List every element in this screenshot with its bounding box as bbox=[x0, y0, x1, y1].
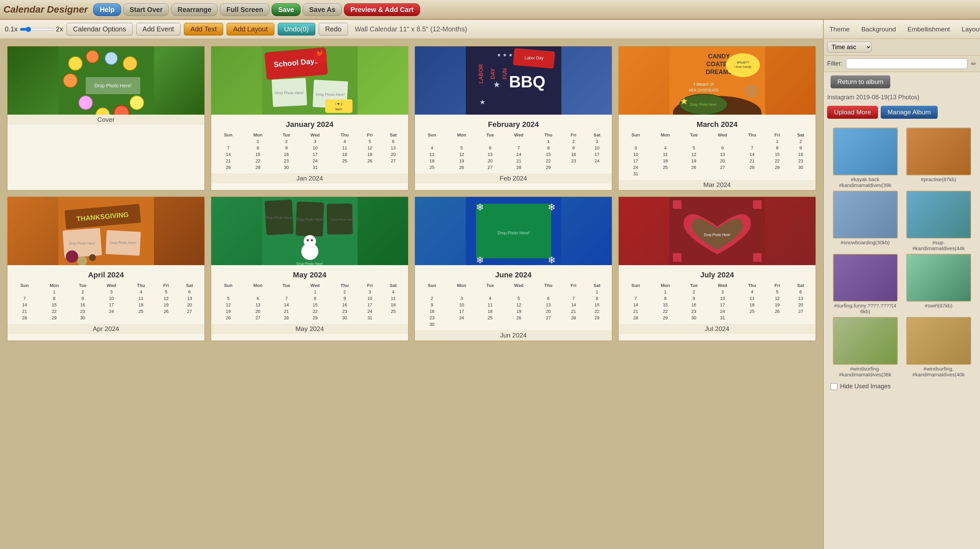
full-screen-button[interactable]: Full Screen bbox=[220, 3, 270, 16]
apr-calendar-grid: April 2024 SunMonTueWedThuFriSat 123456 … bbox=[8, 265, 204, 324]
photo-thumb[interactable] bbox=[833, 317, 898, 365]
jan-label: Jan 2024 bbox=[211, 173, 408, 183]
svg-text:❄: ❄ bbox=[548, 202, 555, 213]
sort-select[interactable]: Time asc Time desc Name asc Name desc bbox=[827, 41, 872, 53]
mar-label: Mar 2024 bbox=[619, 180, 816, 190]
photo-item[interactable]: #sup.#kandimamaldives(44k bbox=[903, 191, 974, 251]
tab-embellishment[interactable]: Embellishment bbox=[902, 22, 956, 36]
calendar-page-jan[interactable]: School Days 🍎 Drop Photo Here! Drop Phot… bbox=[210, 46, 409, 191]
help-button[interactable]: Help bbox=[93, 3, 121, 16]
apr-image: THANKSGIVING Drop Photo Here! Drop Photo… bbox=[8, 197, 204, 265]
svg-text:★: ★ bbox=[493, 80, 501, 89]
right-panel: Time asc Time desc Name asc Name desc Fi… bbox=[823, 39, 980, 549]
jul-calendar-grid: July 2024 SunMonTueWedThuFriSat 123456 7… bbox=[619, 265, 816, 324]
preview-add-cart-button[interactable]: Preview & Add Cart bbox=[344, 3, 420, 16]
photo-label: #kayak back#kandimamaldives(39k bbox=[839, 177, 891, 188]
photo-label: #swirl(67kb) bbox=[925, 302, 952, 309]
save-button[interactable]: Save bbox=[272, 3, 301, 16]
photo-thumb[interactable] bbox=[833, 191, 898, 239]
svg-text:❄: ❄ bbox=[548, 255, 555, 265]
calendar-page-cover[interactable]: 2024 Drop Photo Here! bbox=[7, 46, 205, 191]
calendar-type-label: Wall Calendar 11" x 8.5" (12-Months) bbox=[355, 25, 467, 33]
svg-point-68 bbox=[311, 239, 313, 241]
photo-item[interactable]: #windsurfing.#kandimamaldives(40k bbox=[903, 317, 974, 377]
svg-text:MILK CHOCOLATE: MILK CHOCOLATE bbox=[689, 88, 719, 92]
start-over-button[interactable]: Start Over bbox=[123, 3, 169, 16]
calendar-grid: 2024 Drop Photo Here! bbox=[7, 46, 816, 341]
canvas-area[interactable]: 2024 Drop Photo Here! bbox=[0, 39, 823, 549]
filter-icon[interactable]: ✏ bbox=[971, 60, 977, 68]
jan-calendar-grid: January 2024 SunMonTueWedThuFriSat 12345… bbox=[211, 115, 408, 173]
svg-point-3 bbox=[86, 51, 99, 63]
tab-theme[interactable]: Theme bbox=[824, 22, 856, 36]
top-bar: Calendar Designer Help Start Over Rearra… bbox=[0, 0, 980, 20]
photo-label: #surfing.funny ????.????(46kb) bbox=[833, 302, 898, 314]
cover-image: 2024 Drop Photo Here! bbox=[8, 46, 204, 115]
manage-album-button[interactable]: Manage Album bbox=[881, 106, 938, 119]
photo-item[interactable]: #snowboarding(30kb) bbox=[830, 191, 900, 251]
photo-thumb[interactable] bbox=[833, 254, 898, 302]
jun-calendar-grid: June 2024 SunMonTueWedThuFriSat 1 234567… bbox=[415, 265, 612, 330]
photo-item[interactable]: #swirl(67kb) bbox=[903, 254, 974, 314]
photo-item[interactable]: #surfing.funny ????.????(46kb) bbox=[830, 254, 900, 314]
photo-grid: #kayak back#kandimamaldives(39k #practis… bbox=[827, 125, 977, 380]
photo-item[interactable]: #practise(87kb) bbox=[903, 127, 974, 188]
photo-item[interactable]: #kayak back#kandimamaldives(39k bbox=[830, 127, 900, 188]
svg-text:CANDY: CANDY bbox=[708, 53, 730, 60]
photo-label: #windsurfing.#kandimamaldives(36k bbox=[839, 366, 891, 377]
svg-text:Drop Photo Here!: Drop Photo Here! bbox=[704, 233, 730, 237]
svg-point-58 bbox=[89, 254, 96, 261]
photo-thumb[interactable] bbox=[906, 317, 971, 365]
calendar-page-feb[interactable]: ★ ★ ★ ★ ★ ★ LABOR DAY FUN BBQ ★ ★ Labor … bbox=[414, 46, 612, 191]
add-text-button[interactable]: Add Text bbox=[184, 23, 223, 35]
svg-text:★: ★ bbox=[680, 96, 688, 107]
calendar-page-jun[interactable]: ❄ ❄ ❄ ❄ Drop Photo Here! June 2024 SunMo… bbox=[414, 196, 612, 341]
svg-text:Drop Photo Here!: Drop Photo Here! bbox=[498, 231, 529, 236]
photo-thumb[interactable] bbox=[906, 127, 971, 175]
svg-text:★: ★ bbox=[479, 98, 485, 106]
app-title: Calendar Designer bbox=[3, 4, 88, 15]
svg-text:I dream of: I dream of bbox=[694, 81, 713, 87]
filter-input[interactable] bbox=[846, 58, 967, 69]
svg-text:Drop Photo Here!: Drop Photo Here! bbox=[296, 262, 323, 265]
photo-thumb[interactable] bbox=[833, 127, 898, 175]
tab-layout[interactable]: Layout bbox=[956, 22, 980, 36]
jan-image: School Days 🍎 Drop Photo Here! Drop Phot… bbox=[211, 46, 408, 115]
zoom-area: 0.1x 2x bbox=[5, 25, 63, 33]
upload-more-button[interactable]: Upload More bbox=[827, 106, 878, 119]
svg-rect-84 bbox=[753, 253, 762, 262]
calendar-page-mar[interactable]: CANDY COATED DREAMS Whuttt?? I love Cand… bbox=[618, 46, 816, 191]
mar-calendar-grid: March 2024 SunMonTueWedThuFriSat 12 3456… bbox=[619, 115, 816, 180]
svg-text:Drop Photo Here!: Drop Photo Here! bbox=[331, 218, 355, 221]
svg-text:BBQ: BBQ bbox=[509, 73, 545, 91]
svg-text:❄: ❄ bbox=[476, 202, 484, 213]
rearrange-button[interactable]: Rearrange bbox=[171, 3, 218, 16]
hide-used-checkbox[interactable] bbox=[830, 383, 837, 390]
filter-label: Filter: bbox=[827, 60, 843, 67]
zoom-slider[interactable] bbox=[20, 27, 54, 32]
svg-point-67 bbox=[307, 239, 309, 241]
calendar-page-jul[interactable]: Drop Photo Here! July 2024 SunMonTueWedT… bbox=[618, 196, 816, 341]
hide-used-row: Hide Used Images bbox=[827, 380, 977, 393]
return-to-album-button[interactable]: Return to album bbox=[830, 75, 890, 88]
photo-thumb[interactable] bbox=[906, 191, 971, 239]
svg-point-6 bbox=[64, 74, 77, 88]
calendar-options-button[interactable]: Calendar Options bbox=[67, 23, 133, 35]
svg-text:🍎: 🍎 bbox=[317, 50, 323, 56]
calendar-page-may[interactable]: Drop Photo Here! Drop Photo Here! Drop P… bbox=[210, 196, 409, 341]
photo-thumb[interactable] bbox=[906, 254, 971, 302]
redo-button[interactable]: Redo bbox=[319, 23, 348, 35]
calendar-page-apr[interactable]: THANKSGIVING Drop Photo Here! Drop Photo… bbox=[7, 196, 205, 341]
undo-button[interactable]: Undo(0) bbox=[278, 23, 315, 35]
save-as-button[interactable]: Save As bbox=[303, 3, 342, 16]
add-event-button[interactable]: Add Event bbox=[136, 23, 180, 35]
add-layout-button[interactable]: Add Layout bbox=[227, 23, 274, 35]
photo-item[interactable]: #windsurfing.#kandimamaldives(36k bbox=[830, 317, 900, 377]
svg-text:Drop Photo Here!: Drop Photo Here! bbox=[110, 241, 137, 245]
hide-used-label: Hide Used Images bbox=[840, 383, 891, 390]
jun-image: ❄ ❄ ❄ ❄ Drop Photo Here! bbox=[415, 197, 612, 265]
svg-text:❄: ❄ bbox=[476, 255, 484, 265]
tab-background[interactable]: Background bbox=[856, 22, 902, 36]
svg-text:I ❤ 2: I ❤ 2 bbox=[335, 102, 342, 106]
jun-label: Jun 2024 bbox=[415, 330, 612, 341]
